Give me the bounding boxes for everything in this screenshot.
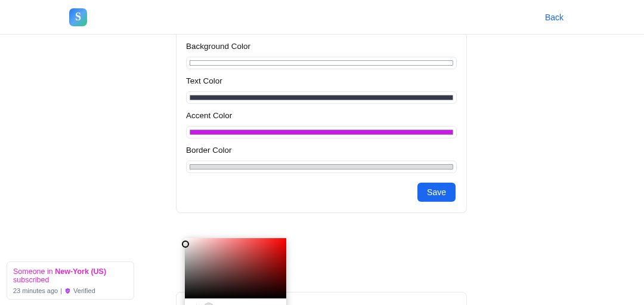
color-settings-panel: Background Color Text Color Accent Color… bbox=[176, 35, 467, 213]
toast-meta: 23 minutes ago | Verified bbox=[13, 287, 128, 294]
toast-suffix: subscribed bbox=[13, 276, 49, 284]
color-input-background[interactable] bbox=[186, 57, 457, 69]
field-label: Text Color bbox=[186, 76, 457, 85]
toast-time: 23 minutes ago bbox=[13, 287, 58, 294]
field-label: Background Color bbox=[186, 42, 457, 51]
color-picker-controls bbox=[185, 298, 286, 305]
notification-toast: Someone in New-York (US) subscribed 23 m… bbox=[7, 261, 134, 300]
toast-separator: | bbox=[60, 287, 62, 294]
color-swatch bbox=[190, 60, 453, 66]
field-text-color: Text Color bbox=[177, 69, 466, 104]
color-picker-saturation-area[interactable] bbox=[185, 238, 286, 298]
color-picker-saturation-handle[interactable] bbox=[182, 241, 189, 248]
toast-location: New-York (US) bbox=[55, 267, 106, 276]
color-input-border[interactable] bbox=[186, 161, 457, 173]
field-accent-color: Accent Color bbox=[177, 104, 466, 138]
color-picker-popup: R G B bbox=[185, 238, 286, 305]
toast-verified: Verified bbox=[73, 287, 95, 294]
color-picker-current-swatch bbox=[203, 303, 214, 305]
color-input-text[interactable] bbox=[186, 91, 457, 104]
field-label: Border Color bbox=[186, 146, 457, 155]
field-label: Accent Color bbox=[186, 111, 457, 120]
toast-prefix: Someone in bbox=[13, 267, 55, 276]
verified-shield-icon bbox=[64, 288, 71, 294]
color-swatch bbox=[190, 95, 453, 100]
save-button[interactable]: Save bbox=[417, 183, 456, 202]
save-row: Save bbox=[177, 173, 466, 202]
app-header: S Back bbox=[0, 0, 644, 35]
field-background-color: Background Color bbox=[177, 35, 466, 69]
main-area: Background Color Text Color Accent Color… bbox=[0, 35, 644, 305]
app-logo: S bbox=[69, 8, 87, 26]
field-border-color: Border Color bbox=[177, 138, 466, 173]
back-link[interactable]: Back bbox=[545, 13, 564, 22]
toast-message: Someone in New-York (US) subscribed bbox=[13, 267, 128, 284]
color-swatch bbox=[190, 164, 453, 170]
color-swatch bbox=[190, 130, 453, 135]
color-input-accent[interactable] bbox=[186, 126, 457, 138]
